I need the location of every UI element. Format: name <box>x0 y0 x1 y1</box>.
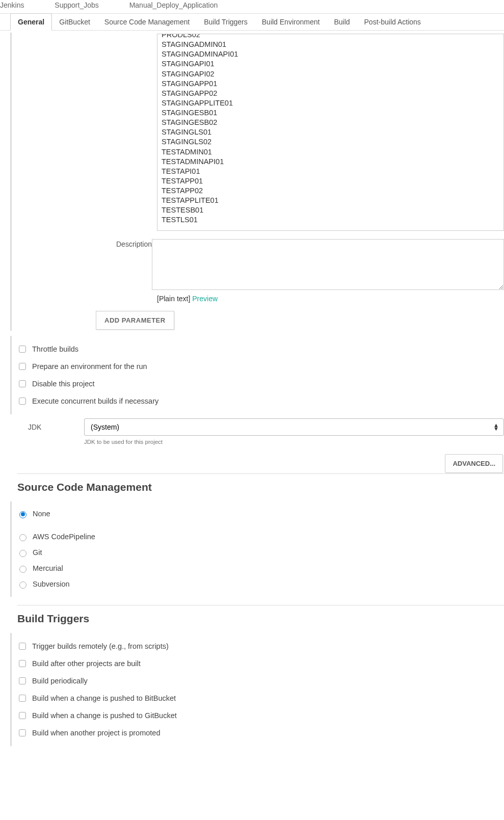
radio-label: Mercurial <box>33 564 63 572</box>
trigger-options: Trigger builds remotely (e.g., from scri… <box>10 633 504 746</box>
trigger-row: Build when a change is pushed to BitBuck… <box>17 693 504 703</box>
checkbox-trigger[interactable] <box>19 695 26 702</box>
checkbox-trigger[interactable] <box>19 677 26 684</box>
add-parameter-button[interactable]: ADD PARAMETER <box>96 311 174 330</box>
choice-item: TESTAPP01 <box>162 176 501 186</box>
radio-scm-subversion[interactable] <box>19 581 26 589</box>
checkbox-label: Build when a change is pushed to GitBuck… <box>32 711 177 720</box>
choice-item: STAGINGADMINAPI01 <box>162 49 501 59</box>
scm-option-row: Mercurial <box>17 564 504 573</box>
section-general: PRODLS02STAGINGADMIN01STAGINGADMINAPI01S… <box>10 33 504 331</box>
checkbox-label: Execute concurrent builds if necessary <box>32 397 158 405</box>
checkbox-trigger[interactable] <box>19 712 26 719</box>
choice-item: STAGINGESB02 <box>162 118 501 127</box>
checkbox-prepare-an-environment-for-the-run[interactable] <box>19 363 26 370</box>
choice-item: STAGINGLS01 <box>162 127 501 137</box>
plaintext-label: [Plain text] <box>157 295 190 303</box>
option-row: Throttle builds <box>17 344 504 354</box>
choice-item: TESTLS01 <box>162 215 501 225</box>
checkbox-label: Trigger builds remotely (e.g., from scri… <box>32 642 169 650</box>
choices-box[interactable]: PRODLS02STAGINGADMIN01STAGINGADMINAPI01S… <box>157 34 504 231</box>
checkbox-label: Throttle builds <box>32 345 78 353</box>
preview-link[interactable]: Preview <box>192 295 218 303</box>
trigger-row: Trigger builds remotely (e.g., from scri… <box>17 641 504 651</box>
checkbox-throttle-builds[interactable] <box>19 346 26 353</box>
tab-build[interactable]: Build <box>327 14 357 30</box>
scm-option-row: Git <box>17 548 504 557</box>
checkbox-label: Build when a change is pushed to BitBuck… <box>32 694 176 702</box>
checkbox-label: Build after other projects are built <box>32 659 141 668</box>
jdk-hint: JDK to be used for this project <box>84 439 504 445</box>
triggers-title: Build Triggers <box>17 613 504 625</box>
choice-item: STAGINGAPP02 <box>162 89 501 98</box>
tab-source-code-management[interactable]: Source Code Management <box>97 14 197 30</box>
radio-scm-none[interactable] <box>19 511 26 518</box>
checkbox-label: Build when another project is promoted <box>32 729 160 737</box>
radio-scm-git[interactable] <box>19 550 26 557</box>
option-row: Disable this project <box>17 379 504 389</box>
description-input[interactable] <box>152 239 504 290</box>
jdk-select[interactable]: (System) <box>84 418 504 436</box>
checkbox-disable-this-project[interactable] <box>19 380 26 387</box>
choice-item: TESTAPPLITE01 <box>162 196 501 205</box>
choice-item: STAGINGAPI02 <box>162 69 501 79</box>
breadcrumb-item[interactable]: Manual_Deploy_Application <box>129 1 218 9</box>
tab-build-environment[interactable]: Build Environment <box>255 14 327 30</box>
tab-bar: GeneralGitBucketSource Code ManagementBu… <box>0 13 504 31</box>
choice-item: TESTESB01 <box>162 205 501 215</box>
tab-gitbucket[interactable]: GitBucket <box>52 14 97 30</box>
description-label: Description <box>17 239 152 292</box>
advanced-button[interactable]: ADVANCED... <box>445 454 503 473</box>
scm-option-row: None <box>17 510 504 518</box>
choice-item: TESTADMIN01 <box>162 147 501 157</box>
option-row: Execute concurrent builds if necessary <box>17 396 504 406</box>
radio-label: None <box>33 510 50 518</box>
breadcrumb: Jenkins Support_Jobs Manual_Deploy_Appli… <box>0 0 504 13</box>
radio-label: Subversion <box>33 580 70 588</box>
general-options: Throttle buildsPrepare an environment fo… <box>10 336 504 414</box>
breadcrumb-item[interactable]: Jenkins <box>0 1 24 9</box>
trigger-row: Build after other projects are built <box>17 658 504 669</box>
trigger-row: Build when a change is pushed to GitBuck… <box>17 710 504 721</box>
checkbox-trigger[interactable] <box>19 660 26 667</box>
choice-item: STAGINGAPPLITE01 <box>162 98 501 108</box>
scm-option-row: AWS CodePipeline <box>17 533 504 541</box>
breadcrumb-item[interactable]: Support_Jobs <box>55 1 98 9</box>
checkbox-execute-concurrent-builds-if-necessary[interactable] <box>19 398 26 405</box>
trigger-row: Build periodically <box>17 676 504 686</box>
checkbox-label: Prepare an environment for the run <box>32 362 147 371</box>
trigger-row: Build when another project is promoted <box>17 728 504 738</box>
scm-options: NoneAWS CodePipelineGitMercurialSubversi… <box>10 501 504 597</box>
choice-item: TESTAPI01 <box>162 167 501 176</box>
scm-title: Source Code Management <box>17 481 504 493</box>
tab-general[interactable]: General <box>10 13 52 31</box>
choice-item: PRODLS02 <box>162 34 501 40</box>
choice-item: TESTADMINAPI01 <box>162 157 501 167</box>
checkbox-label: Build periodically <box>32 677 88 685</box>
jdk-label: JDK <box>28 423 84 431</box>
scm-option-row: Subversion <box>17 580 504 589</box>
choice-item: STAGINGADMIN01 <box>162 40 501 49</box>
checkbox-trigger[interactable] <box>19 643 26 650</box>
checkbox-trigger[interactable] <box>19 729 26 736</box>
tab-build-triggers[interactable]: Build Triggers <box>197 14 255 30</box>
choice-item: TESTAPP02 <box>162 186 501 196</box>
option-row: Prepare an environment for the run <box>17 361 504 372</box>
radio-scm-aws-codepipeline[interactable] <box>19 534 26 541</box>
radio-label: AWS CodePipeline <box>33 533 95 541</box>
tab-post-build-actions[interactable]: Post-build Actions <box>357 14 428 30</box>
choice-item: STAGINGESB01 <box>162 108 501 118</box>
radio-scm-mercurial[interactable] <box>19 566 26 573</box>
radio-label: Git <box>33 548 42 557</box>
choice-item: STAGINGAPI01 <box>162 59 501 69</box>
choice-item: STAGINGLS02 <box>162 137 501 147</box>
checkbox-label: Disable this project <box>32 380 95 388</box>
choice-item: STAGINGAPP01 <box>162 79 501 89</box>
